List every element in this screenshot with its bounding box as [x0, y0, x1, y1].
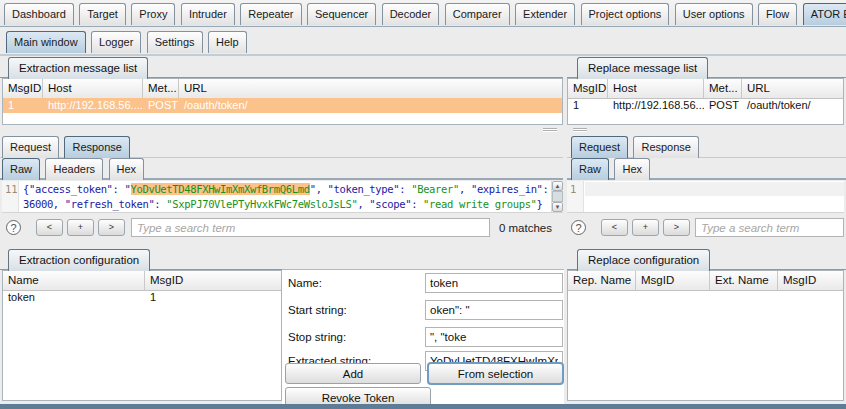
- right-viewer-tabs: Request Response: [567, 136, 846, 158]
- splitter-handle[interactable]: [573, 128, 587, 133]
- module-tab-bar: Main window Logger Settings Help: [0, 27, 846, 56]
- tab-repeater[interactable]: Repeater: [240, 3, 301, 25]
- current-line-highlight: [585, 182, 844, 196]
- response-body[interactable]: {"access_token": "YoDvUetTD48FXHwImXmXwf…: [20, 181, 551, 212]
- column-header-ext-name[interactable]: Ext. Name: [710, 271, 778, 290]
- tab-raw[interactable]: Raw: [571, 158, 609, 180]
- case-option-button[interactable]: +: [67, 219, 94, 236]
- tab-main-window[interactable]: Main window: [6, 31, 86, 53]
- stop-string-field[interactable]: [425, 327, 563, 347]
- tab-request[interactable]: Request: [571, 136, 628, 158]
- table-row[interactable]: token 1: [3, 290, 281, 305]
- column-header-method[interactable]: Met...: [143, 79, 179, 98]
- tab-dashboard[interactable]: Dashboard: [4, 3, 74, 25]
- cell-method: POST: [143, 98, 179, 113]
- left-viewer-subtabs: Raw Headers Hex: [0, 158, 563, 180]
- tab-flow[interactable]: Flow: [758, 3, 797, 25]
- extraction-configuration-tab[interactable]: Extraction configuration: [8, 249, 150, 271]
- replace-message-list-tab[interactable]: Replace message list: [577, 57, 708, 79]
- tab-hex[interactable]: Hex: [109, 158, 145, 180]
- replace-configuration-tab[interactable]: Replace configuration: [577, 249, 710, 271]
- extraction-config-table: Name MsgID token 1: [2, 270, 282, 401]
- ator-extender-window: Dashboard Target Proxy Intruder Repeater…: [0, 0, 846, 409]
- match-count: 0 matches: [494, 222, 552, 234]
- case-option-button[interactable]: +: [632, 219, 659, 236]
- name-label: Name:: [288, 277, 322, 289]
- tab-headers[interactable]: Headers: [45, 158, 103, 180]
- line-number-gutter: 1: [567, 181, 584, 212]
- response-editor[interactable]: 11 {"access_token": "YoDvUetTD48FXHwImXm…: [2, 181, 563, 213]
- tab-extender[interactable]: Extender: [515, 3, 575, 25]
- column-header-msgid[interactable]: MsgID: [145, 271, 281, 290]
- tab-proxy[interactable]: Proxy: [131, 3, 175, 25]
- tab-intruder[interactable]: Intruder: [181, 3, 235, 25]
- table-header: MsgID Host Met... URL: [3, 79, 562, 99]
- scroll-down-icon[interactable]: ▼: [552, 202, 563, 212]
- scrollbar-thumb[interactable]: [552, 191, 563, 202]
- tab-settings[interactable]: Settings: [147, 31, 203, 53]
- highlighted-token: YoDvUetTD48FXHwImXmXwfBrmQ6Lmd: [131, 183, 310, 195]
- column-header-host[interactable]: Host: [608, 79, 704, 98]
- scrollbar[interactable]: ▲ ▼: [551, 181, 563, 212]
- column-header-url[interactable]: URL: [742, 79, 843, 98]
- prev-match-button[interactable]: <: [36, 219, 63, 236]
- tab-raw[interactable]: Raw: [2, 158, 40, 180]
- start-string-field[interactable]: [425, 300, 563, 320]
- tab-response[interactable]: Response: [633, 136, 699, 158]
- column-header-msgid2[interactable]: MsgID: [778, 271, 843, 290]
- cell-url: /oauth/token/: [742, 98, 843, 113]
- start-string-label: Start string:: [288, 304, 347, 316]
- next-match-button[interactable]: >: [663, 219, 690, 236]
- burp-tab-bar: Dashboard Target Proxy Intruder Repeater…: [0, 0, 846, 27]
- column-header-host[interactable]: Host: [43, 79, 143, 98]
- search-input[interactable]: [131, 218, 490, 237]
- cell-method: POST: [704, 98, 742, 113]
- tab-comparer[interactable]: Comparer: [445, 3, 510, 25]
- column-header-msgid[interactable]: MsgID: [568, 79, 608, 98]
- tab-sequencer[interactable]: Sequencer: [307, 3, 376, 25]
- tab-request[interactable]: Request: [2, 136, 59, 158]
- replace-message-table: MsgID Host Met... URL 1 http://192.168.5…: [567, 78, 844, 125]
- extraction-message-list-tab[interactable]: Extraction message list: [8, 57, 148, 79]
- tab-logger[interactable]: Logger: [91, 31, 141, 53]
- tab-help[interactable]: Help: [208, 31, 247, 53]
- splitter-handle[interactable]: [543, 128, 557, 133]
- tab-target[interactable]: Target: [79, 3, 126, 25]
- table-header: MsgID Host Met... URL: [568, 79, 843, 99]
- column-header-msgid[interactable]: MsgID: [636, 271, 710, 290]
- cell-url: /oauth/token/: [179, 98, 562, 113]
- line-number-gutter: 11: [2, 181, 19, 212]
- table-header: Name MsgID: [3, 271, 281, 291]
- cell-host: http://192.168.56....: [608, 98, 704, 113]
- window-bottom-bar: [0, 404, 846, 409]
- help-icon[interactable]: ?: [571, 220, 586, 235]
- tab-project-options[interactable]: Project options: [581, 3, 670, 25]
- stop-string-label: Stop string:: [288, 331, 346, 343]
- scroll-up-icon[interactable]: ▲: [552, 181, 563, 191]
- name-field[interactable]: [425, 273, 563, 293]
- request-editor[interactable]: 1: [567, 181, 844, 213]
- cell-msgid: 1: [3, 98, 43, 113]
- from-selection-button[interactable]: From selection: [427, 362, 564, 385]
- tab-ator-extender[interactable]: ATOR Extender: [803, 3, 846, 25]
- search-input[interactable]: [695, 218, 844, 237]
- column-header-rep-name[interactable]: Rep. Name: [568, 271, 636, 290]
- tab-response[interactable]: Response: [64, 136, 130, 158]
- replace-config-table: Rep. Name MsgID Ext. Name MsgID: [567, 270, 844, 401]
- table-header: Rep. Name MsgID Ext. Name MsgID: [568, 271, 843, 291]
- cell-name: token: [3, 290, 145, 305]
- table-row[interactable]: 1 http://192.168.56.... POST /oauth/toke…: [3, 98, 562, 113]
- tab-hex[interactable]: Hex: [614, 158, 650, 180]
- column-header-msgid[interactable]: MsgID: [3, 79, 43, 98]
- column-header-name[interactable]: Name: [3, 271, 145, 290]
- tab-user-options[interactable]: User options: [675, 3, 753, 25]
- cell-msgid: 1: [568, 98, 608, 113]
- table-row[interactable]: 1 http://192.168.56.... POST /oauth/toke…: [568, 98, 843, 113]
- add-button[interactable]: Add: [285, 363, 421, 384]
- column-header-url[interactable]: URL: [179, 79, 562, 98]
- tab-decoder[interactable]: Decoder: [382, 3, 440, 25]
- next-match-button[interactable]: >: [98, 219, 125, 236]
- prev-match-button[interactable]: <: [601, 219, 628, 236]
- column-header-method[interactable]: Met...: [704, 79, 742, 98]
- help-icon[interactable]: ?: [6, 220, 21, 235]
